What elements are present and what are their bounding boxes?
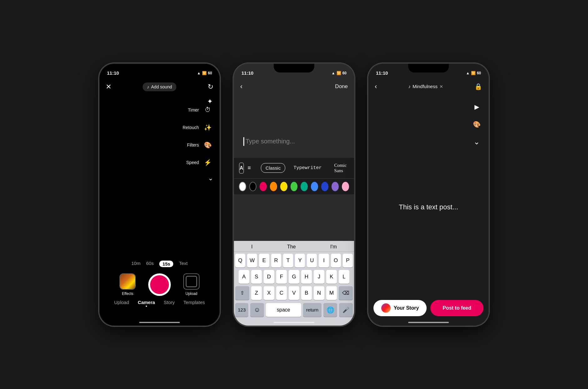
key-r[interactable]: R [271,254,281,267]
upload-label: Upload [185,292,197,296]
duration-text[interactable]: Text [179,261,188,267]
speed-control[interactable]: Speed ⚡ [186,157,213,168]
suggestion-the[interactable]: The [287,244,296,250]
font-typewriter-button[interactable]: Typewriter [289,163,326,172]
key-delete[interactable]: ⌫ [339,286,353,300]
filters-icon: 🎨 [202,139,213,151]
notch-2 [274,64,314,72]
status-icons-3: ▲ 🛜 60 [466,71,481,75]
post-feed-label: Post to feed [443,305,471,311]
color-pink-light[interactable] [342,182,349,191]
align-button[interactable]: ≡ [248,165,251,171]
your-story-button[interactable]: Your Story [373,300,427,316]
duration-10m[interactable]: 10m [131,261,140,267]
done-button[interactable]: Done [335,83,348,90]
color-blue[interactable] [321,182,328,191]
key-x[interactable]: X [264,286,274,300]
color-green[interactable] [291,182,298,191]
text-cursor [243,137,244,146]
key-globe[interactable]: 🌐 [323,303,337,317]
nav-upload[interactable]: Upload [114,300,129,307]
font-classic-button[interactable]: Classic [261,163,285,173]
back-button-2[interactable]: ‹ [240,82,242,91]
key-u[interactable]: U [307,254,317,267]
color-teal[interactable] [301,182,308,191]
key-mic[interactable]: 🎤 [339,303,353,317]
lock-icon[interactable]: 🔒 [474,83,482,90]
key-v[interactable]: V [289,286,299,300]
key-shift[interactable]: ⇧ [235,286,249,300]
keyboard-rows: Q W E R T Y U I O P A S D F G [234,252,354,301]
key-emoji[interactable]: ☺ [250,303,264,317]
music-icon: ♪ [147,84,149,89]
key-s[interactable]: S [251,270,262,284]
video-tool-icon[interactable]: ▶ [471,101,482,112]
retouch-icon: ✨ [202,122,213,133]
key-space[interactable]: space [266,303,301,317]
key-return[interactable]: return [303,303,322,317]
nav-story[interactable]: Story [164,300,175,307]
more-controls-button[interactable]: ⌄ [208,174,213,182]
post-to-feed-button[interactable]: Post to feed [430,300,484,316]
signal-icon: ▲ [197,71,201,75]
music-pill[interactable]: ♪ Mindfulness ✕ [408,84,443,89]
upload-button[interactable]: Upload [183,273,200,296]
key-i[interactable]: I [319,254,329,267]
music-close-icon[interactable]: ✕ [439,84,443,89]
key-n[interactable]: N [314,286,324,300]
color-pink[interactable] [260,182,267,191]
key-m[interactable]: M [326,286,337,300]
key-o[interactable]: O [331,254,341,267]
color-purple[interactable] [332,182,339,191]
back-button-3[interactable]: ‹ [375,82,377,91]
key-q[interactable]: Q [235,254,245,267]
battery-icon-3: 60 [477,71,481,75]
key-y[interactable]: Y [295,254,305,267]
key-g[interactable]: G [289,270,299,284]
add-sound-button[interactable]: ♪ Add sound [143,82,176,91]
color-yellow[interactable] [280,182,287,191]
upload-icon-container [183,273,200,290]
effects-button[interactable]: Effects [119,273,136,296]
key-a[interactable]: A [239,270,249,284]
color-white[interactable] [239,182,246,191]
key-123[interactable]: 123 [235,303,248,317]
key-z[interactable]: Z [251,286,262,300]
key-w[interactable]: W [247,254,257,267]
key-d[interactable]: D [264,270,274,284]
phone3-top-bar: ‹ ♪ Mindfulness ✕ 🔒 [368,79,489,94]
shutter-button[interactable] [148,273,171,296]
suggestion-i[interactable]: I [251,244,252,250]
duration-15s[interactable]: 15s [159,261,173,267]
key-k[interactable]: K [326,270,337,284]
speed-label: Speed [186,160,199,165]
font-comicsans-button[interactable]: Comic Sans [330,161,351,175]
filters-control[interactable]: Filters 🎨 [187,139,213,151]
battery-icon: 60 [208,71,212,75]
key-l[interactable]: L [339,270,349,284]
key-e[interactable]: E [259,254,269,267]
timer-label: Timer [188,107,199,112]
font-tools-row: A ≡ Classic Typewriter Comic Sans [234,158,354,179]
key-p[interactable]: P [343,254,353,267]
color-lightblue[interactable] [311,182,318,191]
camera-controls: Effects Upload [99,273,220,296]
nav-camera[interactable]: Camera [138,300,155,307]
suggestion-im[interactable]: I'm [330,244,337,250]
key-b[interactable]: B [301,286,312,300]
timer-control[interactable]: Timer ⏱ [188,104,213,116]
key-c[interactable]: C [276,286,287,300]
color-black[interactable] [249,182,256,191]
close-button[interactable]: ✕ [106,83,111,91]
signal-icon-2: ▲ [332,71,335,75]
key-j[interactable]: J [314,270,324,284]
font-format-button[interactable]: A [239,162,244,174]
nav-templates[interactable]: Templates [184,300,205,307]
duration-60s[interactable]: 60s [146,261,154,267]
retouch-control[interactable]: Retouch ✨ [183,122,213,133]
color-orange[interactable] [270,182,277,191]
refresh-button[interactable]: ↻ [208,83,213,91]
key-f[interactable]: F [276,270,287,284]
key-t[interactable]: T [283,254,293,267]
key-h[interactable]: H [301,270,312,284]
